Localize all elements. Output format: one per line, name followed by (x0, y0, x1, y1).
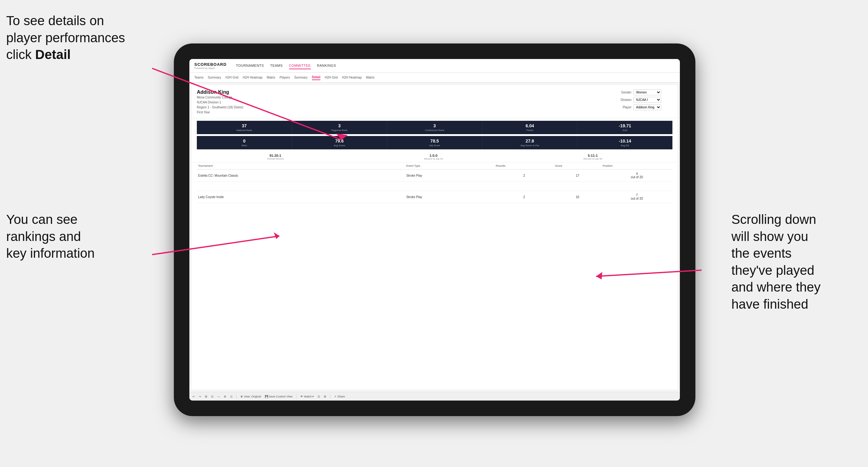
toolbar-icon6[interactable]: ⊡ (318, 395, 320, 398)
player-control-row: Player Addison King (617, 104, 673, 110)
record-top25-label: Record vs top 25 (424, 157, 443, 160)
nav-tournaments[interactable]: TOURNAMENTS (236, 62, 264, 69)
toolbar-undo[interactable]: ↩ (192, 395, 195, 398)
logo-scoreboard: SCOREBOARD (194, 62, 227, 67)
division-label: Division (617, 98, 631, 101)
stat-regional-rank: 3 Regional Rank (292, 121, 388, 134)
stat-sos-value: -19.71 (579, 123, 671, 128)
records-row: 91-20-1 Overall Record 1-5-0 Record vs t… (192, 152, 677, 162)
toolbar-icon3[interactable]: — (217, 395, 220, 398)
tournament-name-1: Estella CC- Mountain Classic (197, 169, 405, 182)
sub-nav-h2hheatmap1[interactable]: H2H Heatmap (243, 75, 262, 80)
player-year: First Year (197, 110, 610, 115)
record-overall-value: 91-20-1 (267, 154, 283, 157)
sub-nav-teams[interactable]: Teams (194, 75, 203, 80)
gender-select[interactable]: Women (633, 89, 661, 95)
logo-area: SCOREBOARD Powered by clippd (194, 62, 227, 69)
stats-grid-row2: 0 Wins 79.6 Avg Score 78.5 Adj Score 27.… (197, 136, 673, 149)
sub-nav-players[interactable]: Players (280, 75, 290, 80)
nav-rankings[interactable]: RANKINGS (317, 62, 336, 69)
player-select[interactable]: Addison King (633, 104, 661, 110)
record-overall: 91-20-1 Overall Record (267, 154, 283, 160)
sub-nav-matrix2[interactable]: Matrix (366, 75, 374, 80)
stat-wins-label: Wins (199, 144, 290, 147)
division-select[interactable]: NJCAA I (633, 97, 661, 103)
nav-items: TOURNAMENTS TEAMS COMMITTEE RANKINGS (236, 62, 336, 69)
division-control-row: Division NJCAA I (617, 97, 673, 103)
toolbar-redo[interactable]: ↪ (199, 395, 201, 398)
table-row: Lady Coyote Invite Stroke Play 2 16 7 ou… (197, 191, 673, 203)
stat-national-rank-label: National Rank (199, 129, 290, 132)
player-school: Mesa Community College (197, 95, 610, 100)
sub-nav-h2hheatmap2[interactable]: H2H Heatmap (342, 75, 362, 80)
player-header: Addison King Mesa Community College NJCA… (192, 85, 677, 118)
stat-regional-rank-value: 3 (294, 123, 385, 128)
toolbar-save-custom[interactable]: 💾 Save Custom View (265, 395, 292, 398)
toolbar-watch[interactable]: 👁 Watch ▾ (300, 395, 314, 398)
stat-regional-rank-label: Regional Rank (294, 129, 385, 132)
toolbar-icon7[interactable]: ⊞ (324, 395, 326, 398)
col-event-type: Event Type (405, 162, 495, 169)
col-tournament: Tournament (197, 162, 405, 169)
event-type-1: Stroke Play (405, 169, 495, 182)
player-name: Addison King (197, 89, 610, 95)
table-header-row: Tournament Event Type Rounds Score Posit… (197, 162, 673, 169)
player-controls: Gender Women Division NJCAA I (617, 89, 673, 115)
player-label: Player (617, 105, 631, 109)
stat-avg-score-par: 27.8 Avg Score to Par (483, 136, 578, 149)
sub-nav-summary1[interactable]: Summary (208, 75, 221, 80)
tournament-name-2: Lady Coyote Invite (197, 191, 405, 203)
stat-wins: 0 Wins (197, 136, 292, 149)
stat-avg-sg-label: Avg SG (579, 144, 671, 147)
stat-conference-rank-label: Conference Rank (389, 129, 480, 132)
stat-national-rank: 37 National Rank (197, 121, 292, 134)
toolbar-icon4[interactable]: ⊕ (224, 395, 226, 398)
sub-nav-summary2[interactable]: Summary (294, 75, 308, 80)
stat-avg-score-par-value: 27.8 (484, 138, 576, 144)
data-table: Tournament Event Type Rounds Score Posit… (197, 162, 673, 203)
stat-sos: -19.71 SoS (578, 121, 673, 134)
sub-nav-h2hgrid1[interactable]: H2H Grid (225, 75, 239, 80)
record-overall-label: Overall Record (267, 157, 283, 160)
sub-nav-matrix1[interactable]: Matrix (267, 75, 275, 80)
content-white: Addison King Mesa Community College NJCA… (192, 85, 677, 390)
sub-nav-detail[interactable]: Detail (312, 75, 320, 80)
stat-adj-score: 78.5 Adj Score (387, 136, 483, 149)
stat-points: 6.04 Points (483, 121, 578, 134)
annotation-top-left: To see details on player performances cl… (6, 12, 125, 63)
logo-powered: Powered by clippd (194, 67, 227, 69)
stat-avg-sg-value: -10.14 (579, 138, 671, 144)
stat-wins-value: 0 (199, 138, 290, 144)
sub-nav-h2hgrid2[interactable]: H2H Grid (325, 75, 338, 80)
main-content: Addison King Mesa Community College NJCA… (189, 83, 680, 392)
stat-adj-score-value: 78.5 (389, 138, 480, 144)
stats-grid-row1: 37 National Rank 3 Regional Rank 3 Confe… (197, 121, 673, 134)
toolbar-divider3 (330, 394, 330, 399)
col-score: Score (554, 162, 601, 169)
stat-avg-score: 79.6 Avg Score (292, 136, 388, 149)
toolbar-view-original[interactable]: 🖥 View: Original (240, 395, 261, 398)
gender-label: Gender (617, 91, 631, 94)
toolbar-share[interactable]: ↗ Share (334, 395, 345, 398)
position-1: 4 out of 20 (601, 169, 673, 182)
score-2: 16 (554, 191, 601, 203)
stat-conference-rank-value: 3 (389, 123, 480, 128)
player-region: Region 1 - Southwest (18) District (197, 105, 610, 110)
sub-nav: Teams Summary H2H Grid H2H Heatmap Matri… (189, 73, 680, 83)
nav-committee[interactable]: COMMITTEE (289, 62, 311, 69)
toolbar-icon2[interactable]: ⊡ (211, 395, 214, 398)
annotation-right: Scrolling down will show you the events … (732, 211, 862, 313)
stat-conference-rank: 3 Conference Rank (387, 121, 483, 134)
toolbar-icon1[interactable]: ⊞ (205, 395, 207, 398)
nav-teams[interactable]: TEAMS (270, 62, 282, 69)
record-top50: 5-11-1 Record vs top 50 (583, 154, 602, 160)
record-top25-value: 1-5-0 (424, 154, 443, 157)
tablet-screen: SCOREBOARD Powered by clippd TOURNAMENTS… (189, 59, 680, 401)
toolbar-icon5[interactable]: ◷ (230, 395, 232, 398)
stat-avg-sg: -10.14 Avg SG (578, 136, 673, 149)
record-top25: 1-5-0 Record vs top 25 (424, 154, 443, 160)
stat-points-label: Points (484, 129, 576, 132)
rounds-2: 2 (495, 191, 554, 203)
bottom-toolbar: ↩ ↪ ⊞ ⊡ — ⊕ ◷ 🖥 View: Original 💾 Save Cu… (189, 392, 680, 401)
toolbar-divider2 (296, 394, 297, 399)
